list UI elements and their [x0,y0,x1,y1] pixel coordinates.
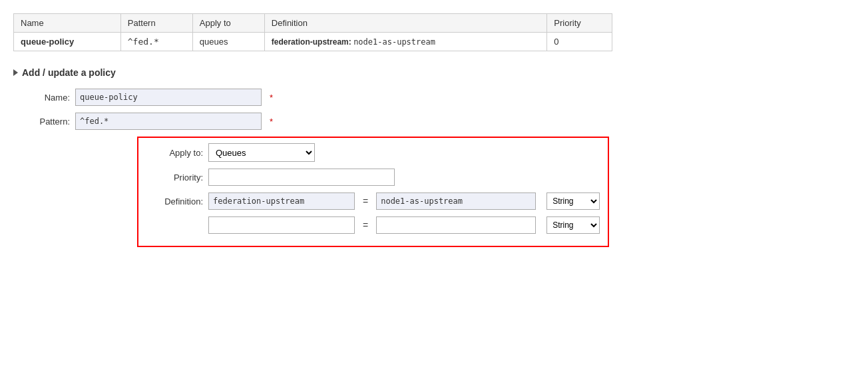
form-container: Name: * Pattern: * Apply to: Queues Exch… [13,89,612,247]
type-select-1[interactable]: String Number Boolean List [546,192,600,210]
name-required: * [270,93,273,103]
collapse-icon[interactable] [13,69,18,76]
red-section-wrapper: Apply to: Queues Exchanges All Priority:… [13,137,612,247]
section-title: Add / update a policy [22,67,116,78]
priority-label: Priority: [146,173,203,183]
def-key-input[interactable] [208,192,355,210]
col-header-apply-to: Apply to [192,14,264,33]
policy-table: Name Pattern Apply to Definition Priorit… [13,13,612,51]
cell-priority: 0 [547,33,612,51]
def-val-input[interactable] [376,192,536,210]
apply-to-row: Apply to: Queues Exchanges All [146,143,600,162]
section-header: Add / update a policy [13,67,855,78]
def-key-input-2[interactable] [208,216,355,234]
pattern-input[interactable] [75,113,262,130]
table-row: queue-policy ^fed.* queues federation-up… [14,33,612,51]
apply-to-label: Apply to: [146,148,203,158]
apply-to-select[interactable]: Queues Exchanges All [208,143,315,162]
name-row: Name: * [13,89,612,106]
red-bordered-section: Apply to: Queues Exchanges All Priority:… [137,137,609,247]
definition-row-2: = String Number Boolean List [146,216,600,234]
cell-name: queue-policy [14,33,121,51]
name-label: Name: [13,93,70,103]
cell-definition: federation-upstream: node1-as-upstream [264,33,547,51]
col-header-definition: Definition [264,14,547,33]
priority-input[interactable] [208,169,395,186]
priority-row: Priority: [146,169,600,186]
definition-label: Definition: [146,196,203,206]
name-input[interactable] [75,89,262,106]
label-spacer [13,137,75,247]
pattern-row: Pattern: * [13,113,612,130]
definition-row-1: Definition: = String Number Boolean List [146,192,600,210]
definition-key: federation-upstream: [272,37,351,47]
cell-pattern: ^fed.* [120,33,192,51]
col-header-name: Name [14,14,121,33]
def-val-input-2[interactable] [376,216,536,234]
col-header-pattern: Pattern [120,14,192,33]
definition-value: node1-as-upstream [353,37,435,47]
pattern-required: * [270,117,273,127]
cell-apply-to: queues [192,33,264,51]
equals-sign-1: = [360,196,371,206]
col-header-priority: Priority [547,14,612,33]
type-select-2[interactable]: String Number Boolean List [546,216,600,234]
pattern-label: Pattern: [13,117,70,127]
equals-sign-2: = [360,220,371,230]
